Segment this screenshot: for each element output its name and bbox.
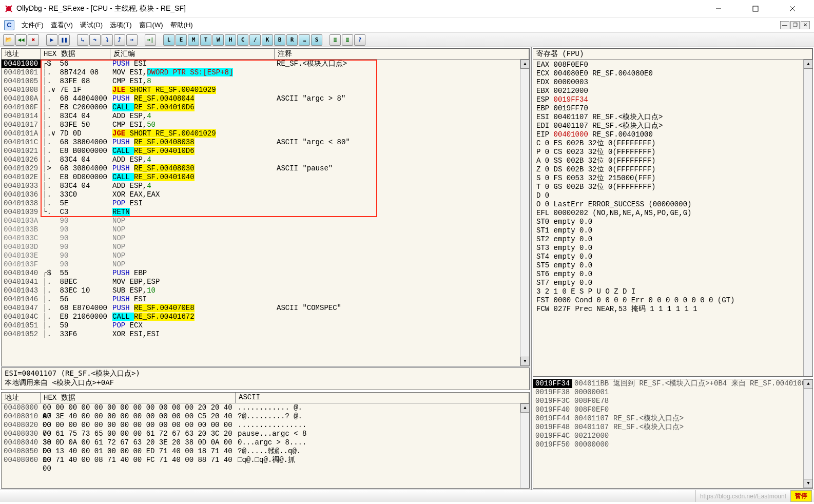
disasm-row[interactable]: 00401021│. E8 B0000000CALL RE_SF.004010D…	[2, 147, 529, 156]
disasm-row[interactable]: 00401046│. 56PUSH ESI	[2, 295, 529, 304]
stack-pane[interactable]: 0019FF34004011BB返回到 RE_SF.<模块入口点>+0B4 来自…	[533, 379, 813, 489]
col-address[interactable]: 地址	[2, 49, 41, 59]
disasm-row[interactable]: 0040103E 90NOP	[2, 251, 529, 260]
col-comment[interactable]: 注释	[275, 49, 529, 59]
stack-row[interactable]: 0019FF34004011BB返回到 RE_SF.<模块入口点>+0B4 来自…	[533, 379, 812, 388]
disasm-row[interactable]: 0040101C│. 68 38804000PUSH RE_SF.0040803…	[2, 138, 529, 147]
stack-row[interactable]: 0019FF3C008F0E78	[533, 397, 812, 405]
tb-restart[interactable]: ◀◀	[15, 34, 27, 46]
maximize-button[interactable]	[744, 1, 767, 16]
menu-file[interactable]: 文件(F)	[22, 21, 44, 30]
mdi-close[interactable]: ✕	[801, 21, 810, 29]
disasm-row[interactable]: 00401040┌$ 55PUSH EBP	[2, 269, 529, 278]
disasm-row[interactable]: 00401017│. 83FE 50CMP ESI,50	[2, 121, 529, 129]
tb-h[interactable]: H	[225, 34, 236, 46]
tb-…[interactable]: …	[299, 34, 310, 46]
dump-col-ascii[interactable]: ASCII	[236, 393, 529, 403]
dump-row[interactable]: 00408050D0 13 40 00 01 00 00 00 ED 71 40…	[2, 447, 529, 456]
menu-help[interactable]: 帮助(H)	[170, 21, 193, 30]
tb-stepinto[interactable]: ↳	[77, 34, 88, 46]
menu-window[interactable]: 窗口(W)	[139, 21, 163, 30]
stack-row[interactable]: 0019FF4800401107RE_SF.<模块入口点>	[533, 423, 812, 432]
disasm-row[interactable]: 0040100F│. E8 C2000000CALL RE_SF.004010D…	[2, 103, 529, 112]
disasm-row[interactable]: 0040102E│. E8 0D000000CALL RE_SF.0040104…	[2, 173, 529, 182]
dump-pane[interactable]: 地址 HEX 数据 ASCII 0040800000 00 00 00 00 0…	[1, 392, 530, 489]
disasm-row[interactable]: 00401008│.∨ 7E 1FJLE SHORT RE_SF.0040102…	[2, 86, 529, 94]
tb-b[interactable]: B	[274, 34, 285, 46]
reg-header[interactable]: 寄存器 (FPU)	[533, 49, 812, 59]
disasm-row[interactable]: 00401014│. 83C4 04ADD ESP,4	[2, 112, 529, 121]
col-disasm[interactable]: 反汇编	[110, 49, 275, 59]
tb-open[interactable]: 📂	[3, 34, 14, 46]
dump-row[interactable]: 00408010A7 3E 40 00 00 00 00 00 00 00 00…	[2, 412, 529, 421]
tb-settings1[interactable]: ≣	[330, 34, 341, 46]
registers-pane[interactable]: 寄存器 (FPU) EAX 008F0EF0ECX 004080E0 RE_SF…	[533, 48, 813, 377]
mdi-restore[interactable]: ❐	[790, 21, 800, 29]
disasm-row[interactable]: 00401026│. 83C4 04ADD ESP,4	[2, 156, 529, 164]
disasm-row[interactable]: 0040103B 90NOP	[2, 225, 529, 234]
dump-row[interactable]: 0040803070 61 75 73 65 00 00 00 61 72 67…	[2, 430, 529, 438]
stack-row[interactable]: 0019FF40008F0EF0	[533, 405, 812, 414]
minimize-button[interactable]	[707, 1, 730, 16]
disasm-row[interactable]: 00401033│. 83C4 04ADD ESP,4	[2, 182, 529, 190]
tb-traceover[interactable]: ⤴	[114, 34, 125, 46]
tb-pause[interactable]: ❚❚	[59, 34, 70, 46]
tb-s[interactable]: S	[311, 34, 322, 46]
scroll-up[interactable]: ▲	[804, 60, 812, 69]
close-button[interactable]	[781, 1, 804, 16]
scroll-down[interactable]: ▼	[804, 479, 812, 488]
disasm-row[interactable]: 0040101A│.∨ 7D 0DJGE SHORT RE_SF.0040102…	[2, 129, 529, 138]
stack-row[interactable]: 0019FF4C00212000	[533, 432, 812, 440]
disasm-row[interactable]: 00401047│. 68 E8704000PUSH RE_SF.004070E…	[2, 304, 529, 313]
menu-view[interactable]: 查看(V)	[51, 21, 73, 30]
tb-c[interactable]: C	[237, 34, 248, 46]
tb-stepover[interactable]: ↷	[89, 34, 101, 46]
scroll-down[interactable]: ▼	[520, 357, 529, 366]
dump-row[interactable]: 0040802000 00 00 00 00 00 00 00 00 00 00…	[2, 421, 529, 430]
disasm-row[interactable]: 0040103C 90NOP	[2, 234, 529, 243]
tb-settings2[interactable]: ≣	[342, 34, 353, 46]
disasm-row[interactable]: 0040100A│. 68 44804000PUSH RE_SF.0040804…	[2, 94, 529, 103]
dump-col-addr[interactable]: 地址	[2, 393, 41, 403]
disasm-row[interactable]: 00401041│. 8BECMOV EBP,ESP	[2, 278, 529, 286]
tb-close[interactable]: ✖	[28, 34, 39, 46]
dump-row[interactable]: 0040806010 71 40 00 08 71 40 00 FC 71 40…	[2, 456, 529, 464]
tb-help[interactable]: ?	[354, 34, 365, 46]
disassembly-pane[interactable]: 地址 HEX 数据 反汇编 注释 00401000┌$ 56PUSH ESIRE…	[1, 48, 530, 366]
tb-traceinto[interactable]: ⤵	[102, 34, 113, 46]
tb-m[interactable]: M	[188, 34, 199, 46]
menu-debug[interactable]: 调试(D)	[80, 21, 103, 30]
tb-r[interactable]: R	[286, 34, 298, 46]
disasm-row[interactable]: 0040103A 90NOP	[2, 217, 529, 225]
disasm-row[interactable]: 00401005│. 83FE 08CMP ESI,8	[2, 77, 529, 86]
tb-run[interactable]: ▶	[46, 34, 57, 46]
dump-col-hex[interactable]: HEX 数据	[41, 393, 236, 403]
scroll-up[interactable]: ▲	[520, 60, 529, 69]
tb-tillret[interactable]: →	[126, 34, 138, 46]
disasm-row[interactable]: 0040103D 90NOP	[2, 243, 529, 251]
tb-w[interactable]: W	[212, 34, 224, 46]
col-hex[interactable]: HEX 数据	[41, 49, 110, 59]
stack-row[interactable]: 0019FF4400401107RE_SF.<模块入口点>	[533, 414, 812, 423]
tb-goto[interactable]: →|	[145, 34, 156, 46]
disasm-row[interactable]: 00401039└. C3RETN	[2, 208, 529, 217]
tb-k[interactable]: K	[262, 34, 273, 46]
dump-row[interactable]: 0040804030 0D 0A 00 61 72 67 63 20 3E 20…	[2, 438, 529, 447]
disasm-row[interactable]: 00401051│. 59POP ECX	[2, 321, 529, 330]
disasm-row[interactable]: 00401038│. 5EPOP ESI	[2, 199, 529, 208]
tb-l[interactable]: L	[163, 34, 175, 46]
disasm-row[interactable]: 0040104C│. E8 21060000CALL RE_SF.0040167…	[2, 313, 529, 321]
mdi-minimize[interactable]: —	[780, 21, 789, 29]
disasm-row[interactable]: 0040103F 90NOP	[2, 260, 529, 269]
tb-/[interactable]: /	[249, 34, 261, 46]
stack-row[interactable]: 0019FF3800000001	[533, 388, 812, 397]
disasm-row[interactable]: 00401036│. 33C0XOR EAX,EAX	[2, 190, 529, 199]
disasm-row[interactable]: 00401052│. 33F6XOR ESI,ESI	[2, 330, 529, 339]
disasm-row[interactable]: 00401043│. 83EC 10SUB ESP,10	[2, 286, 529, 295]
scroll-up[interactable]: ▲	[520, 403, 529, 413]
disasm-row[interactable]: 00401000┌$ 56PUSH ESIRE_SF.<模块入口点>	[2, 60, 529, 68]
disasm-row[interactable]: 00401001│. 8B7424 08MOV ESI,DWORD PTR SS…	[2, 68, 529, 77]
menu-options[interactable]: 选项(T)	[110, 21, 132, 30]
dump-row[interactable]: 0040800000 00 00 00 00 00 00 00 00 00 00…	[2, 403, 529, 412]
tb-t[interactable]: T	[200, 34, 211, 46]
